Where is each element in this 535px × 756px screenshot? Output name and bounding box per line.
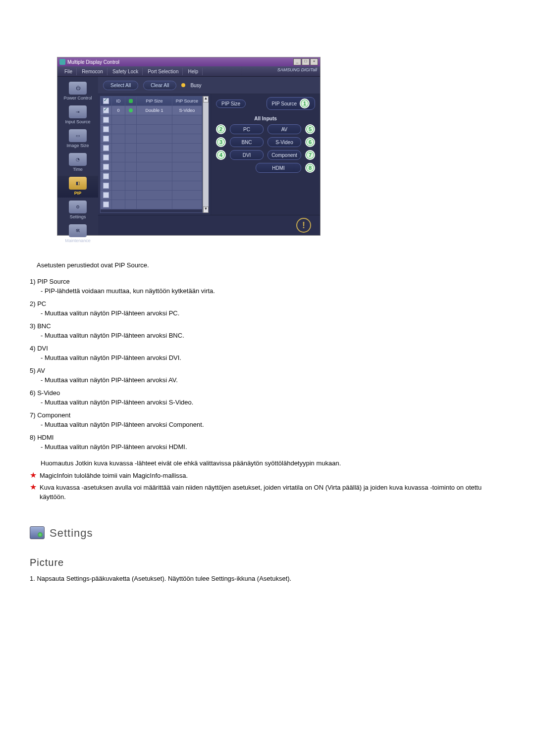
av-button[interactable]: AV — [268, 124, 301, 134]
grid-row-empty — [101, 144, 202, 153]
maintenance-icon: 🛠 — [69, 224, 87, 237]
pip-source-header[interactable]: PIP Source 1 — [267, 97, 315, 110]
busy-label: Busy — [190, 83, 201, 88]
info-icon[interactable]: ! — [296, 218, 311, 233]
subsection-title: Picture — [30, 555, 505, 570]
grid-row-empty — [101, 200, 202, 209]
pip-size-header[interactable]: PIP Size — [216, 100, 246, 108]
sidebar-item-power-control[interactable]: ⏻ Power Control — [57, 81, 98, 102]
callout-4: 4 — [216, 150, 226, 160]
callout-3: 3 — [216, 137, 226, 147]
maximize-button[interactable]: □ — [302, 58, 310, 65]
menu-port-selection[interactable]: Port Selection — [144, 68, 183, 75]
checkbox-icon[interactable] — [103, 117, 109, 123]
sidebar-label: Power Control — [57, 96, 98, 101]
sidebar-label: Image Size — [57, 143, 98, 148]
callout-7: 7 — [305, 150, 315, 160]
display-grid: ID PIP Size PIP Source 0 Double 1 S-Vide… — [100, 96, 203, 213]
list-desc: - Muuttaa valitun näytön PIP-lähteen arv… — [30, 398, 505, 407]
checkbox-icon[interactable] — [103, 192, 109, 198]
sidebar-item-maintenance[interactable]: 🛠 Maintenance — [57, 223, 98, 245]
list-desc: - Muuttaa valitun näytön PIP-lähteen arv… — [30, 442, 505, 452]
component-button[interactable]: Component — [268, 150, 301, 160]
list-title: PC — [37, 300, 46, 307]
checkbox-icon[interactable] — [103, 173, 109, 179]
sidebar-label: Maintenance — [57, 238, 98, 243]
grid-row-empty — [101, 181, 202, 191]
note-text: Huomautus Jotkin kuva kuvassa -lähteet e… — [41, 458, 505, 468]
scroll-up-icon[interactable]: ▲ — [203, 96, 209, 102]
checkbox-icon[interactable] — [103, 183, 109, 189]
svideo-button[interactable]: S-Video — [268, 137, 301, 147]
scroll-down-icon[interactable]: ▼ — [203, 206, 209, 213]
list-title: DVI — [37, 345, 48, 352]
cell-source: S-Video — [172, 106, 202, 115]
list-item: BNC - Muuttaa valitun näytön PIP-lähteen… — [30, 321, 505, 341]
list-title: HDMI — [37, 434, 54, 441]
grid-row-empty — [101, 191, 202, 200]
sidebar-item-time[interactable]: ◔ Time — [57, 152, 98, 174]
all-inputs-label: All Inputs — [216, 116, 315, 121]
status-dot-icon — [129, 108, 133, 112]
busy-indicator-icon — [181, 83, 185, 87]
list-desc: - Muuttaa valitun näytön PIP-lähteen arv… — [30, 353, 505, 363]
sidebar-item-input-source[interactable]: ⇥ Input Source — [57, 104, 98, 126]
star-icon: ★ — [30, 471, 37, 481]
connection-icon — [129, 99, 133, 103]
grid-scrollbar[interactable]: ▲ ▼ — [203, 96, 209, 213]
window-title: Multiple Display Control — [67, 59, 119, 65]
checkbox-icon[interactable] — [103, 136, 109, 142]
minimize-button[interactable]: _ — [293, 58, 301, 65]
star-icon: ★ — [30, 483, 37, 502]
sidebar-item-pip[interactable]: ◧ PIP — [57, 176, 98, 198]
list-title: PIP Source — [37, 278, 70, 285]
app-window: Multiple Display Control _ □ × File Remo… — [57, 57, 321, 236]
hdmi-button[interactable]: HDMI — [256, 163, 301, 173]
star-text: MagicInfoin tulolähde toimii vain MagicI… — [40, 471, 505, 481]
checkbox-icon[interactable] — [103, 164, 109, 170]
callout-6: 6 — [305, 137, 315, 147]
checkbox-icon[interactable] — [103, 107, 109, 113]
sidebar-item-image-size[interactable]: ▭ Image Size — [57, 128, 98, 150]
menu-remocon[interactable]: Remocon — [78, 68, 107, 75]
menu-help[interactable]: Help — [184, 68, 203, 75]
header-id: ID — [112, 97, 125, 105]
sidebar-label: Settings — [57, 214, 98, 219]
dvi-button[interactable]: DVI — [230, 150, 264, 160]
menubar: File Remocon Safety Lock Port Selection … — [57, 66, 320, 77]
section-title: Settings — [50, 525, 93, 541]
grid-row[interactable]: 0 Double 1 S-Video — [101, 106, 202, 115]
select-all-button[interactable]: Select All — [103, 81, 138, 90]
list-title: S-Video — [37, 389, 60, 397]
checkbox-icon[interactable] — [103, 202, 109, 207]
menu-file[interactable]: File — [60, 68, 77, 75]
intro-text: Asetusten perustiedot ovat PIP Source. — [37, 260, 505, 270]
list-desc: - Muuttaa valitun näytön PIP-lähteen arv… — [30, 420, 505, 430]
list-item: DVI - Muuttaa valitun näytön PIP-lähteen… — [30, 344, 505, 363]
sidebar-label: Time — [57, 167, 98, 172]
cell-size: Double 1 — [137, 106, 172, 115]
brand-label: SAMSUNG DIGITall — [277, 67, 317, 72]
checkbox-icon[interactable] — [103, 145, 109, 151]
clear-all-button[interactable]: Clear All — [143, 81, 176, 90]
list-desc: - Muuttaa valitun näytön PIP-lähteen arv… — [30, 308, 505, 318]
close-button[interactable]: × — [310, 58, 318, 65]
checkbox-icon[interactable] — [103, 154, 109, 160]
grid-header-row: ID PIP Size PIP Source — [101, 97, 202, 106]
list-desc: - Muuttaa valitun näytön PIP-lähteen arv… — [30, 375, 505, 385]
header-check[interactable] — [101, 97, 112, 105]
list-title: Component — [37, 411, 70, 419]
pc-button[interactable]: PC — [230, 124, 264, 134]
checkbox-icon[interactable] — [103, 126, 109, 132]
grid-row-empty — [101, 153, 202, 162]
toolbar: Select All Clear All Busy — [98, 77, 320, 94]
menu-safety-lock[interactable]: Safety Lock — [108, 68, 143, 75]
header-source: PIP Source — [172, 97, 202, 105]
sidebar-item-settings[interactable]: ⚙ Settings — [57, 200, 98, 221]
titlebar[interactable]: Multiple Display Control _ □ × — [57, 57, 320, 66]
callout-8: 8 — [305, 163, 315, 173]
bnc-button[interactable]: BNC — [230, 137, 264, 147]
callout-5: 5 — [305, 124, 315, 134]
list-item: Component - Muuttaa valitun näytön PIP-l… — [30, 410, 505, 430]
time-icon: ◔ — [69, 153, 87, 166]
